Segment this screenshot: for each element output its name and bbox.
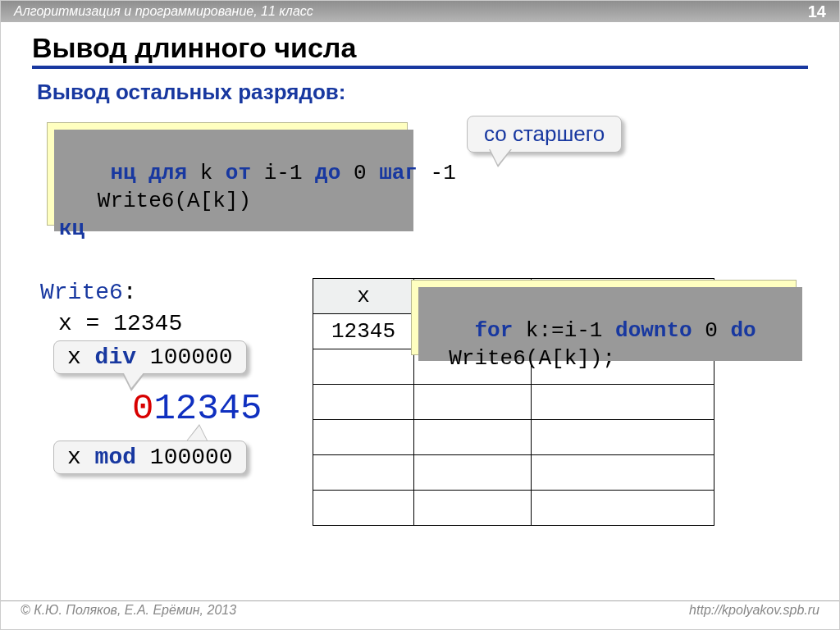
footer-left: © К.Ю. Поляков, Е.А. Ерёмин, 2013: [21, 603, 236, 617]
table-row: [313, 491, 714, 526]
callout-top: со старшего: [467, 116, 622, 153]
x-value: x = 12345: [58, 311, 182, 336]
table-row: [313, 385, 714, 420]
course-label: Алгоритмизация и программирование, 11 кл…: [14, 4, 313, 18]
callout-tail: [490, 148, 511, 165]
code-block-pascal: for k:=i-1 downto 0 do Write6(A[k]);: [411, 280, 797, 355]
col-x: x: [313, 279, 414, 314]
code-block-ru: нц для k от i-1 до 0 шаг -1 Write6(A[k])…: [47, 122, 408, 226]
footer-right: http://kpolyakov.spb.ru: [689, 603, 819, 618]
topbar: Алгоритмизация и программирование, 11 кл…: [1, 1, 839, 22]
expr-mod-tail: [186, 426, 208, 442]
page-title: Вывод длинного числа: [32, 32, 808, 69]
expr-div: x div 100000: [53, 340, 247, 374]
expr-mod: x mod 100000: [53, 441, 247, 474]
write6-label: Write6:: [40, 280, 137, 305]
subtitle: Вывод остальных разрядов:: [37, 80, 346, 105]
expr-div-tail: [123, 372, 144, 388]
page-number: 14: [808, 1, 826, 22]
slide: Алгоритмизация и программирование, 11 кл…: [0, 0, 840, 630]
bignum: 012345: [132, 388, 262, 429]
table-row: [313, 455, 714, 491]
footer: © К.Ю. Поляков, Е.А. Ерёмин, 2013 http:/…: [1, 600, 839, 628]
table-row: [313, 420, 714, 455]
